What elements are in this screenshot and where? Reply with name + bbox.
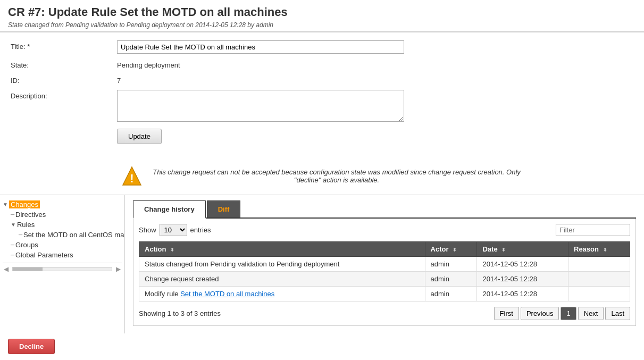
col-action-label: Action (145, 245, 166, 253)
title-value (117, 40, 633, 54)
description-input[interactable] (117, 90, 404, 122)
cell-action-0: Status changed from Pending validation t… (139, 257, 425, 272)
description-label: Description: (11, 90, 117, 100)
state-label: State: (11, 59, 117, 69)
show-label: Show (139, 226, 156, 234)
sidebar-item-groups[interactable]: ─ Groups (3, 240, 122, 250)
sidebar-label-groups: Groups (15, 241, 38, 249)
col-reason-label: Reason (574, 245, 599, 253)
col-actor[interactable]: Actor ⬍ (425, 242, 477, 257)
pagination: First Previous 1 Next Last (494, 307, 630, 320)
sidebar-label-rules: Rules (17, 221, 35, 229)
title-input[interactable] (117, 40, 404, 54)
col-reason[interactable]: Reason ⬍ (568, 242, 630, 257)
sidebar-scrollbar: ◀ ▶ (3, 263, 122, 275)
scrollbar-track[interactable] (12, 267, 112, 271)
col-actor-label: Actor (431, 245, 449, 253)
state-value: Pending deployment (117, 59, 633, 69)
sidebar-item-changes[interactable]: ▼ Changes (3, 199, 122, 210)
title-row: Title: * (11, 40, 633, 54)
sidebar-label-motd: Set the MOTD on all CentOS machines (23, 231, 125, 239)
title-label: Title: * (11, 40, 117, 51)
tab-diff[interactable]: Diff (207, 200, 241, 217)
tabs: Change history Diff (133, 200, 636, 219)
page-header: CR #7: Update Rule Set the MOTD on all m… (0, 0, 644, 32)
filter-input[interactable] (556, 224, 630, 236)
warning-text: This change request can not be accepted … (150, 168, 523, 184)
col-date[interactable]: Date ⬍ (477, 242, 568, 257)
cell-date-0: 2014-12-05 12:28 (477, 257, 568, 272)
svg-text:!: ! (130, 172, 133, 185)
sidebar-item-motd[interactable]: ─ Set the MOTD on all CentOS machines (3, 230, 122, 240)
page-subtitle: State changed from Pending validation to… (8, 21, 636, 29)
id-value: 7 (117, 74, 633, 85)
table-header-row: Action ⬍ Actor ⬍ Date ⬍ Reason (139, 242, 630, 257)
table-row: Change request createdadmin2014-12-05 12… (139, 272, 630, 287)
sidebar-label-directives: Directives (15, 211, 46, 219)
id-label: ID: (11, 74, 117, 85)
show-entries-row: Show 10 25 50 100 entries (139, 224, 630, 236)
sidebar-item-global-params[interactable]: ─ Global Parameters (3, 250, 122, 260)
sidebar-item-directives[interactable]: ─ Directives (3, 210, 122, 220)
table-row: Status changed from Pending validation t… (139, 257, 630, 272)
page-title: CR #7: Update Rule Set the MOTD on all m… (8, 5, 636, 19)
description-value (117, 90, 633, 123)
sort-icon-date: ⬍ (501, 247, 506, 253)
cell-reason-2 (568, 287, 630, 302)
sidebar: ▼ Changes ─ Directives ▼ Rules ─ Set the… (0, 195, 125, 333)
entries-label: entries (190, 226, 211, 234)
page-1-button[interactable]: 1 (561, 307, 576, 320)
cell-reason-0 (568, 257, 630, 272)
entries-select[interactable]: 10 25 50 100 (160, 224, 187, 236)
right-panel: Change history Diff Show 10 25 50 100 en… (125, 195, 644, 333)
next-button[interactable]: Next (578, 307, 604, 320)
last-button[interactable]: Last (605, 307, 630, 320)
cell-action-1: Change request created (139, 272, 425, 287)
dash-icon-groups: ─ (11, 242, 14, 248)
change-history-table: Action ⬍ Actor ⬍ Date ⬍ Reason (139, 241, 630, 302)
dash-icon: ─ (11, 212, 14, 217)
col-date-label: Date (482, 245, 497, 253)
table-footer: Showing 1 to 3 of 3 entries First Previo… (139, 307, 630, 320)
sort-icon-action: ⬍ (170, 247, 174, 253)
expand-icon-rules: ▼ (11, 222, 16, 228)
cell-action-2: Modify rule Set the MOTD on all machines (139, 287, 425, 302)
scroll-right-icon[interactable]: ▶ (115, 264, 122, 274)
tab-change-history[interactable]: Change history (133, 200, 206, 219)
sort-icon-actor: ⬍ (453, 247, 457, 253)
expand-icon: ▼ (3, 202, 8, 207)
cell-date-2: 2014-12-05 12:28 (477, 287, 568, 302)
state-row: State: Pending deployment (11, 59, 633, 69)
form-section: Title: * State: Pending deployment ID: 7… (0, 32, 644, 157)
decline-section: Decline (0, 333, 644, 359)
table-row: Modify rule Set the MOTD on all machines… (139, 287, 630, 302)
cell-actor-1: admin (425, 272, 477, 287)
first-button[interactable]: First (494, 307, 519, 320)
sidebar-label-changes: Changes (9, 200, 40, 208)
scrollbar-thumb (13, 267, 43, 271)
table-summary: Showing 1 to 3 of 3 entries (139, 309, 221, 317)
cell-date-1: 2014-12-05 12:28 (477, 272, 568, 287)
sort-icon-reason: ⬍ (603, 247, 607, 253)
dash-icon-motd: ─ (19, 232, 22, 238)
cell-actor-0: admin (425, 257, 477, 272)
main-content: ▼ Changes ─ Directives ▼ Rules ─ Set the… (0, 195, 644, 333)
decline-button[interactable]: Decline (8, 339, 55, 354)
col-action[interactable]: Action ⬍ (139, 242, 425, 257)
id-row: ID: 7 (11, 74, 633, 85)
warning-icon: ! (121, 165, 143, 187)
description-row: Description: (11, 90, 633, 123)
sidebar-item-rules[interactable]: ▼ Rules (3, 220, 122, 230)
action-link-2[interactable]: Set the MOTD on all machines (180, 290, 274, 298)
sidebar-label-global-params: Global Parameters (15, 251, 73, 259)
tab-content: Show 10 25 50 100 entries Action ⬍ (133, 219, 636, 326)
update-button[interactable]: Update (117, 129, 162, 144)
warning-box: ! This change request can not be accepte… (0, 157, 644, 195)
cell-reason-1 (568, 272, 630, 287)
previous-button[interactable]: Previous (521, 307, 559, 320)
cell-actor-2: admin (425, 287, 477, 302)
scroll-left-icon[interactable]: ◀ (3, 264, 10, 274)
dash-icon-global: ─ (11, 252, 14, 258)
